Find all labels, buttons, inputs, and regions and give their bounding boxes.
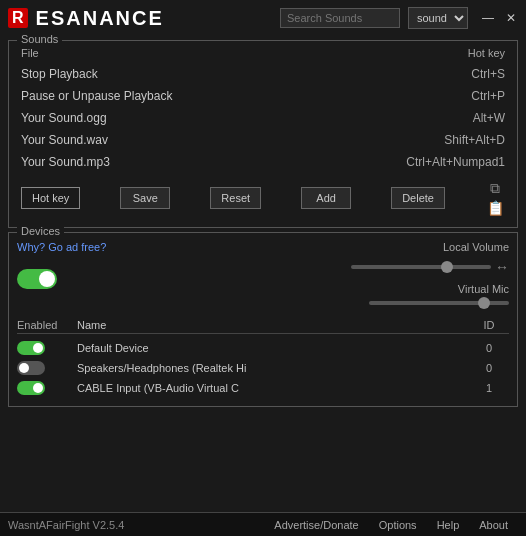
main-toggle[interactable] [17,269,57,289]
help-link[interactable]: Help [427,519,470,531]
sound-hotkey: Ctrl+Alt+Numpad1 [406,155,505,169]
local-volume-label: Local Volume [443,241,509,253]
devices-section-label: Devices [17,225,64,237]
table-row[interactable]: Stop Playback Ctrl+S [13,63,513,85]
sounds-section-label: Sounds [17,33,62,45]
sounds-filter-dropdown[interactable]: sounds [408,7,468,29]
status-bar: WasntAFairFight V2.5.4 Advertise/Donate … [0,512,526,536]
sounds-section: Sounds File Hot key Stop Playback Ctrl+S… [8,40,518,228]
sound-hotkey: Shift+Alt+D [444,133,505,147]
sounds-table-header: File Hot key [13,45,513,61]
device-id: 1 [469,382,509,394]
version-label: WasntAFairFight V2.5.4 [8,519,124,531]
sound-name: Stop Playback [21,67,471,81]
toggle-knob [33,343,43,353]
sound-name: Pause or Unpause Playback [21,89,471,103]
file-column-header: File [21,47,39,59]
sound-name: Your Sound.wav [21,133,444,147]
expand-icon[interactable]: ↔ [495,259,509,275]
clipboard-icons: ⧉ 📋 [485,179,505,217]
table-row[interactable]: Your Sound.ogg Alt+W [13,107,513,129]
list-item: Default Device 0 [17,338,509,358]
toggle-knob [19,363,29,373]
list-item: Speakers/Headphones (Realtek Hi 0 [17,358,509,378]
name-col-header: Name [77,319,469,331]
local-volume-slider-row: ↔ [351,259,509,275]
toggle-knob [33,383,43,393]
table-row[interactable]: Pause or Unpause Playback Ctrl+P [13,85,513,107]
device-name: CABLE Input (VB-Audio Virtual C [77,382,469,394]
device-id: 0 [469,342,509,354]
copy-icon[interactable]: ⧉ [485,179,505,197]
sound-name: Your Sound.ogg [21,111,473,125]
enabled-col-header: Enabled [17,319,77,331]
device-toggle[interactable] [17,381,45,395]
main-toggle-area [17,269,106,289]
device-toggle[interactable] [17,341,45,355]
minimize-button[interactable]: — [480,12,496,24]
close-button[interactable]: ✕ [504,12,518,24]
list-item: CABLE Input (VB-Audio Virtual C 1 [17,378,509,398]
app-title: ESANANCE [36,7,272,30]
device-enabled [17,361,77,375]
local-volume-slider[interactable] [351,265,491,269]
toggle-knob [39,271,55,287]
reset-button[interactable]: Reset [210,187,261,209]
devices-table-header: Enabled Name ID [17,317,509,334]
save-button[interactable]: Save [120,187,170,209]
device-id: 0 [469,362,509,374]
sound-hotkey: Ctrl+P [471,89,505,103]
devices-controls-row: Why? Go ad free? Local Volume ↔ Virtual … [17,241,509,309]
devices-section: Devices Why? Go ad free? Local Volume ↔ … [8,232,518,407]
virtual-mic-label: Virtual Mic [458,283,509,295]
left-controls: Why? Go ad free? [17,241,106,289]
right-sliders: Local Volume ↔ Virtual Mic [351,241,509,309]
sound-hotkey: Alt+W [473,111,505,125]
paste-icon[interactable]: 📋 [485,199,505,217]
id-col-header: ID [469,319,509,331]
hotkey-button[interactable]: Hot key [21,187,80,209]
table-row[interactable]: Your Sound.wav Shift+Alt+D [13,129,513,151]
table-row[interactable]: Your Sound.mp3 Ctrl+Alt+Numpad1 [13,151,513,173]
window-controls: — ✕ [480,12,518,24]
virtual-mic-slider[interactable] [369,301,509,305]
logo-icon: R [8,8,28,28]
hotkey-column-header: Hot key [468,47,505,59]
sound-name: Your Sound.mp3 [21,155,406,169]
title-bar: R ESANANCE sounds — ✕ [0,0,526,36]
options-link[interactable]: Options [369,519,427,531]
advertise-link[interactable]: Advertise/Donate [264,519,368,531]
virtual-mic-slider-row [369,301,509,305]
device-name: Speakers/Headphones (Realtek Hi [77,362,469,374]
action-row: Hot key Save Reset Add Delete ⧉ 📋 [13,173,513,223]
delete-button[interactable]: Delete [391,187,445,209]
device-toggle[interactable] [17,361,45,375]
sound-hotkey: Ctrl+S [471,67,505,81]
device-enabled [17,381,77,395]
device-enabled [17,341,77,355]
search-input[interactable] [280,8,400,28]
add-button[interactable]: Add [301,187,351,209]
ad-link[interactable]: Why? Go ad free? [17,241,106,253]
device-name: Default Device [77,342,469,354]
about-link[interactable]: About [469,519,518,531]
